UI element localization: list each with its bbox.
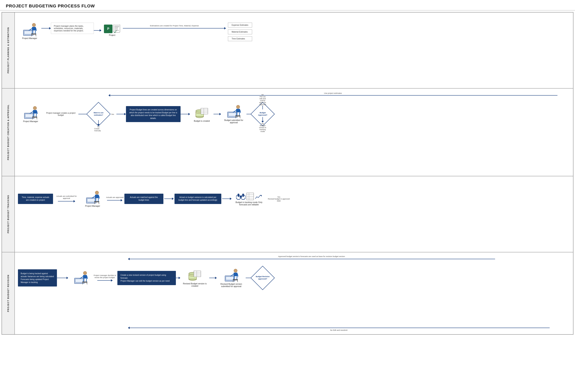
variance-box: Actual vs budget variance is calculated … [174,194,221,204]
creation-step1-text: Project manager creates a project budget [43,112,78,116]
pm-submission-icon [226,104,241,118]
swimlane-label-revision: PROJECT BUDGET REVISION [2,252,15,334]
diamond-use-estimates: Want to use estimates? Yes No Create man… [90,105,107,123]
svg-point-38 [236,105,240,109]
svg-line-78 [87,283,87,284]
project-icon-group: P [101,24,123,36]
svg-rect-14 [115,29,118,29]
svg-rect-24 [32,117,37,118]
swimlane-label-planning: PROJECT PLANNING & ESTIMATION [2,12,15,88]
svg-rect-1 [24,31,32,34]
use-estimates-arrow: Use project estimates [108,92,557,97]
svg-line-21 [37,111,37,114]
svg-rect-62 [242,194,244,197]
svg-rect-89 [226,276,234,280]
svg-rect-15 [115,30,119,31]
svg-rect-19 [33,110,37,114]
svg-point-2 [32,23,36,27]
process-flow-container: PROJECT PLANNING & ESTIMATION [1,12,574,335]
actor-pm-revision [69,271,93,285]
svg-line-57 [99,202,99,204]
svg-line-93 [238,274,238,276]
swimlane-revision: PROJECT BUDGET REVISION Approved budget … [2,252,573,334]
svg-line-41 [240,110,240,113]
diamond-revision-approved: Budget Revision approved? [254,269,271,287]
page: PROJECT BUDGETING PROCESS FLOW PROJECT P… [0,0,575,392]
svg-rect-96 [233,279,238,280]
tracking-table-icon [246,193,254,200]
actor-pm-creation: Project Manager [18,106,43,122]
page-title: PROJECT BUDGETING PROCESS FLOW [0,0,575,11]
svg-rect-37 [228,113,237,116]
svg-line-52 [99,196,99,198]
svg-line-46 [240,116,240,118]
svg-rect-44 [235,116,240,116]
svg-point-90 [234,269,237,272]
revision-top-label: Approved budget version's forecasts are … [128,255,495,260]
pm-icon-creation [23,106,38,119]
time-estimates-box: Time Estimates [228,36,252,41]
revised-submitted-node: Revised Budget version submitted for app… [217,268,245,288]
tracking-mode-node: Budget in tracking mode Only forecasts a… [232,192,265,206]
svg-rect-8 [31,34,36,34]
revised-version-box: Create a new revised version of project … [117,271,170,285]
budget-submitted-node: Budget submitted for approval [221,104,246,124]
yes-path-d2: Yes Budget moves to tracking mode [258,117,267,132]
swimlane-label-creation: PROJECT BUDGET CREATION & APPROVAL [2,89,15,176]
revised-created-node: Revised Budget version is created [181,269,208,287]
svg-rect-48 [87,198,95,202]
svg-rect-39 [236,109,240,112]
revision-start-box: Budget is being tracked against actuals … [18,269,56,287]
svg-line-98 [237,280,238,282]
swimlane-creation: PROJECT BUDGET CREATION & APPROVAL Use p… [2,89,573,176]
svg-line-26 [37,118,37,119]
diamond-budget-approved: Budget Approved? No PM can edit and subm… [254,105,271,123]
binoculars-icon [236,192,245,200]
svg-rect-50 [95,195,99,198]
actor-pm-tracking: Project Manager [80,190,105,207]
svg-line-10 [36,34,36,36]
actuals-matched-box: Actuals are matched against the budget l… [124,194,163,204]
svg-rect-61 [238,194,239,197]
svg-rect-60 [240,196,242,197]
svg-point-70 [83,271,87,275]
svg-rect-3 [32,27,36,30]
svg-rect-91 [234,273,238,276]
actor-pm-planning: Project Manager [18,23,41,39]
estimates-group: Expense Estimates Material Estimates Tim… [228,23,252,41]
pm-icon-revision [73,271,89,284]
expense-estimates-box: Expense Estimates [228,23,252,27]
pm-icon-tracking [85,190,100,204]
svg-point-49 [95,191,99,195]
svg-point-18 [33,106,37,110]
revised-created-icon [188,269,202,282]
pm-icon-planning [22,23,37,36]
swimlane-tracking: PROJECT BUDGET TRACKING Time, material, … [2,176,573,252]
swimlane-planning: PROJECT PLANNING & ESTIMATION [2,12,573,89]
svg-rect-55 [94,201,99,202]
svg-line-5 [36,28,36,31]
budget-created-icon [195,106,209,119]
swimlane-body-tracking: Time, material, expense actuals are crea… [15,176,573,252]
tracking-start-box: Time, material, expense actuals are crea… [18,194,53,204]
swimlane-body-planning: Project Manager Project manager plans th… [15,12,573,88]
pm-revision-submit-icon [223,268,239,282]
svg-rect-17 [25,114,33,117]
trend-icon [255,193,262,200]
ms-project-icon: P [104,24,113,33]
swimlane-body-revision: Approved budget version's forecasts are … [15,252,573,334]
yes-label-d1: Yes [111,113,114,115]
svg-line-73 [87,276,88,279]
checklist-icon [113,24,120,33]
svg-rect-69 [75,279,83,282]
svg-rect-76 [82,282,87,283]
revision-no-label: No Edit and resubmit [128,327,550,331]
yes-tracking-label: Yes Revised budget in approved state [267,196,290,202]
material-estimates-box: Material Estimates [228,29,252,34]
no-path-d2: No PM can edit and submit again for appr… [258,94,267,109]
svg-rect-12 [115,26,119,26]
swimlane-body-creation: Use project estimates [15,89,573,176]
budget-lines-box: Project Budget lines are created across … [126,106,181,122]
no-path-d1: No Create manualy [94,120,103,132]
swimlane-label-tracking: PROJECT BUDGET TRACKING [2,176,15,252]
